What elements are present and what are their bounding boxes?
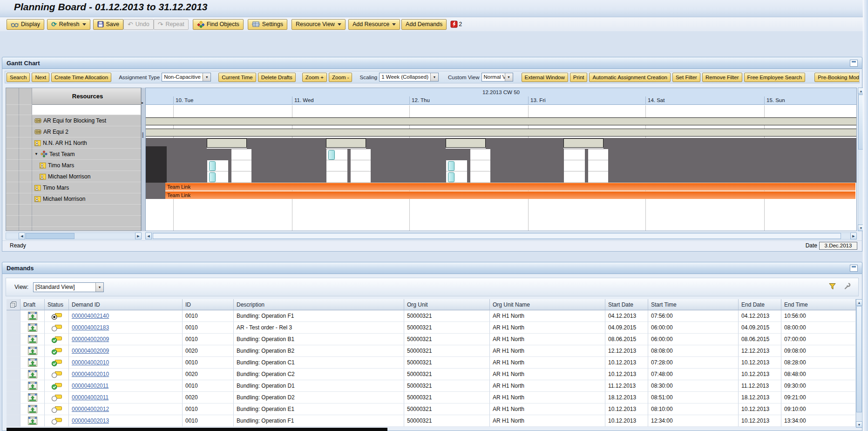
resource-row-label-cell[interactable]: N.N. AR H1 North <box>32 137 141 149</box>
equipment-availability-bar[interactable] <box>146 117 857 125</box>
resource-view-button[interactable]: Resource View <box>292 19 346 30</box>
row-selector-cell[interactable] <box>19 105 32 115</box>
availability-cell[interactable] <box>351 160 371 171</box>
demand-row[interactable]: 0000040020100020Bundling: Operation C250… <box>7 369 856 380</box>
alert-badge[interactable]: 2 <box>450 21 462 28</box>
column-header-status[interactable]: Status <box>45 299 69 310</box>
gantt-toolbar-button-zoom-[interactable]: Zoom + <box>302 73 327 82</box>
gantt-toolbar-button-create-time-allocation[interactable]: Create Time Allocation <box>51 73 111 82</box>
row-selector-cell[interactable] <box>7 334 20 345</box>
demand-id-link[interactable]: 000004002009 <box>72 348 109 354</box>
row-selector-cell[interactable] <box>6 205 19 216</box>
save-button[interactable]: Save <box>93 19 124 30</box>
select-all-cell[interactable] <box>7 299 20 310</box>
gantt-toolbar-button-current-time[interactable]: Current Time <box>218 73 256 82</box>
gantt-toolbar-button-search[interactable]: Search <box>7 73 30 82</box>
demand-id-link[interactable]: 000004002183 <box>72 324 109 331</box>
row-selector-cell[interactable] <box>19 160 32 171</box>
page-scrollbar[interactable] <box>863 0 868 431</box>
column-header-draft[interactable]: Draft <box>20 299 45 310</box>
availability-cell[interactable] <box>564 171 585 183</box>
row-selector-cell[interactable] <box>7 392 20 404</box>
row-selector-cell[interactable] <box>6 193 19 205</box>
row-selector-cell[interactable] <box>6 115 19 126</box>
row-selector-cell[interactable] <box>19 205 32 216</box>
undo-button[interactable]: ↶ Undo <box>123 19 154 30</box>
demand-row[interactable]: 0000040020090020Bundling: Operation B250… <box>7 345 856 357</box>
gantt-toolbar-button-zoom-[interactable]: Zoom - <box>329 73 352 82</box>
availability-cell[interactable] <box>351 171 371 183</box>
demand-row[interactable]: 0000040020110010Bundling: Operation D150… <box>7 380 856 392</box>
availability-cell[interactable] <box>588 171 608 183</box>
demand-row[interactable]: 0000040020100010Bundling: Operation C150… <box>7 357 856 369</box>
refresh-button[interactable]: ⟳ Refresh <box>47 19 90 30</box>
resource-row[interactable]: Timo Mars <box>6 182 141 193</box>
demand-id-link[interactable]: 000004002011 <box>72 383 108 389</box>
add-demands-button[interactable]: Add Demands <box>401 19 447 30</box>
settings-button[interactable]: Settings <box>248 19 287 30</box>
row-selector-cell[interactable] <box>6 171 19 182</box>
demand-id-link[interactable]: 000004002010 <box>72 359 109 366</box>
availability-cell[interactable] <box>588 149 608 160</box>
resources-filter-row[interactable] <box>6 105 141 115</box>
resource-row[interactable]: Michael Morrison <box>6 193 141 205</box>
repeat-button[interactable]: ↷ Repeat <box>154 19 189 30</box>
add-resource-button[interactable]: Add Resource <box>348 19 400 30</box>
gantt-toolbar-button-set-filter[interactable]: Set Filter <box>672 73 700 82</box>
availability-cell[interactable] <box>326 171 347 183</box>
row-selector-cell[interactable] <box>19 182 32 193</box>
assignment-bar[interactable] <box>209 172 216 182</box>
row-selector-cell[interactable] <box>19 216 32 227</box>
team-link-bar[interactable]: Team Link <box>165 183 855 191</box>
resource-row[interactable]: AR Equi for Blocking Test <box>6 115 141 126</box>
gantt-toolbar-select[interactable]: Normal View▼ <box>481 73 513 82</box>
wrench-icon[interactable] <box>844 282 852 292</box>
demand-id-link[interactable]: 000004002009 <box>72 336 109 342</box>
display-button[interactable]: Display <box>7 19 44 30</box>
scroll-thumb[interactable] <box>26 233 75 239</box>
availability-cell[interactable] <box>470 149 490 160</box>
column-header-demand-id[interactable]: Demand ID <box>69 299 183 310</box>
gantt-toolbar-select[interactable]: Non-Capacitive Mode▼ <box>162 73 211 82</box>
scroll-left-icon[interactable]: ◀ <box>145 233 152 239</box>
demand-row[interactable]: 0000040020090010Bundling: Operation B150… <box>7 334 856 345</box>
demand-id-link[interactable]: 000004002011 <box>72 394 108 401</box>
row-selector-cell[interactable] <box>7 357 20 369</box>
demand-row[interactable]: 0000040020110020Bundling: Operation D250… <box>7 392 856 404</box>
expand-arrow-icon[interactable]: ▼ <box>34 152 39 156</box>
gantt-toolbar-button-remove-filter[interactable]: Remove Filter <box>702 73 742 82</box>
resource-row[interactable]: Timo Mars <box>6 160 141 171</box>
column-header-id[interactable]: ID <box>183 299 234 310</box>
row-selector-cell[interactable] <box>7 310 20 322</box>
resource-row[interactable]: Michael Morrison <box>6 171 141 182</box>
filter-icon[interactable] <box>828 282 836 292</box>
gantt-toolbar-button-external-window[interactable]: External Window <box>522 73 568 82</box>
resource-row-label-cell[interactable]: ▼Test Team <box>32 149 141 160</box>
column-header-start-date[interactable]: Start Date <box>605 299 648 310</box>
resource-row-label-cell[interactable]: AR Equi for Blocking Test <box>32 115 141 126</box>
row-selector-cell[interactable] <box>19 115 32 126</box>
collapse-panel-icon[interactable] <box>850 60 858 67</box>
availability-cell[interactable] <box>588 160 608 171</box>
column-header-description[interactable]: Description <box>234 299 404 310</box>
splitter-handle[interactable]: ▸ •••• <box>142 88 145 231</box>
gantt-toolbar-button-automatic-assignment-creation[interactable]: Automatic Assignment Creation <box>589 73 670 82</box>
allocation-box[interactable] <box>446 138 486 148</box>
row-selector-cell[interactable] <box>7 369 20 380</box>
resources-filter-row-label-cell[interactable] <box>32 105 141 115</box>
availability-cell[interactable] <box>564 160 585 171</box>
scroll-down-icon[interactable]: ▼ <box>856 421 862 428</box>
row-selector-cell[interactable] <box>7 415 20 427</box>
column-header-org-unit[interactable]: Org Unit <box>404 299 490 310</box>
date-field[interactable]: 3.Dec.2013 <box>819 242 857 250</box>
resource-row-label-cell[interactable]: AR Equi 2 <box>32 126 141 137</box>
scroll-right-icon[interactable]: ▶ <box>135 233 142 239</box>
scroll-right-icon[interactable]: ▶ <box>850 233 857 239</box>
row-selector-cell[interactable] <box>6 126 19 137</box>
row-selector-cell[interactable] <box>19 126 32 137</box>
collapse-panel-icon[interactable] <box>850 265 858 272</box>
row-selector-cell[interactable] <box>6 160 19 171</box>
row-selector-cell[interactable] <box>7 345 20 357</box>
row-selector-cell[interactable] <box>19 88 32 105</box>
assignment-bar[interactable] <box>448 161 454 171</box>
